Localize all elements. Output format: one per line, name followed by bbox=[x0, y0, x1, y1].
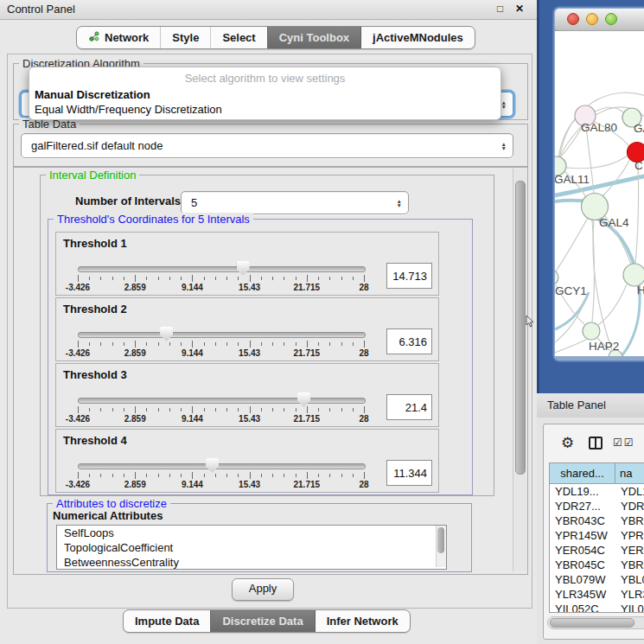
slider-ticks bbox=[78, 472, 364, 480]
slider-thumb[interactable] bbox=[206, 458, 219, 473]
apply-button[interactable]: Apply bbox=[232, 578, 294, 601]
threshold-panel-2: Threshold 2 -3.4262.8599.14415.4321.7152… bbox=[55, 297, 439, 361]
list-item[interactable]: TopologicalCoefficient bbox=[57, 540, 446, 555]
slider-ticks bbox=[78, 275, 364, 283]
column-header-shared[interactable]: shared... bbox=[550, 463, 615, 483]
tab-select[interactable]: Select bbox=[210, 27, 266, 48]
table-horizontal-scrollbar[interactable] bbox=[547, 616, 644, 629]
table-row[interactable]: YER054CYER0 bbox=[550, 543, 644, 558]
num-intervals-spinner[interactable]: 5 ▲▼ bbox=[181, 191, 409, 214]
table-row[interactable]: YDR27...YDR2 bbox=[550, 499, 644, 513]
node-label-h: H bbox=[637, 284, 644, 296]
list-item[interactable]: SelfLoops bbox=[57, 526, 446, 540]
slider-tick-labels: -3.4262.8599.14415.4321.71528 bbox=[78, 414, 364, 424]
slider-ticks bbox=[78, 341, 364, 348]
tab-style[interactable]: Style bbox=[160, 27, 210, 48]
tab-label: Style bbox=[172, 31, 199, 44]
mouse-cursor-icon bbox=[526, 316, 536, 328]
table-panel-title: Table Panel bbox=[547, 399, 606, 411]
algorithm-dropdown-popup: Select algorithm to view settings Manual… bbox=[29, 67, 501, 120]
dropdown-option-equal-width-frequency[interactable]: Equal Width/Frequency Discretization bbox=[35, 103, 222, 116]
slider-thumb[interactable] bbox=[297, 392, 310, 407]
list-item[interactable]: BetweennessCentrality bbox=[57, 555, 446, 570]
threshold-slider[interactable]: -3.4262.8599.14415.4321.71528 bbox=[78, 260, 364, 293]
threshold-value-field[interactable] bbox=[386, 263, 432, 289]
tab-label: Network bbox=[105, 31, 149, 44]
threshold-value-field[interactable] bbox=[386, 328, 432, 354]
scrollbar-thumb[interactable] bbox=[437, 527, 444, 553]
group-label: Threshold's Coordinates for 5 Intervals bbox=[54, 213, 253, 226]
settings-scrollpane: Interval Definition Number of Intervals … bbox=[13, 167, 528, 575]
close-icon[interactable]: ✕ bbox=[515, 3, 524, 15]
window-minimize-button[interactable] bbox=[587, 14, 598, 25]
tab-network[interactable]: Network bbox=[77, 27, 160, 48]
threshold-label: Threshold 2 bbox=[63, 303, 127, 316]
scrollbar-thumb[interactable] bbox=[550, 618, 634, 628]
slider-thumb[interactable] bbox=[237, 261, 250, 276]
slider-tick-labels: -3.4262.8599.14415.4321.71528 bbox=[78, 480, 364, 490]
tab-impute-data[interactable]: Impute Data bbox=[124, 610, 210, 632]
settings-scrollbar[interactable] bbox=[513, 169, 526, 571]
window-close-button[interactable] bbox=[568, 14, 579, 25]
attributes-list: SelfLoops TopologicalCoefficient Between… bbox=[56, 525, 447, 570]
checkbox-icons[interactable]: ☑☑ bbox=[613, 437, 635, 449]
table-panel-titlebar: Table Panel bbox=[537, 393, 644, 418]
table-row[interactable]: YIL052CYIL0 bbox=[550, 602, 644, 613]
network-view-window[interactable]: GAL80 GAL C GAL11 GAL4 GCY1 H HAP2 bbox=[537, 0, 644, 393]
tab-discretize-data[interactable]: Discretize Data bbox=[210, 610, 314, 632]
column-header-name[interactable]: na bbox=[615, 463, 644, 483]
dropdown-option-manual-discretization[interactable]: Manual Discretization bbox=[35, 88, 150, 101]
threshold-panel-1: Threshold 1 -3.4262.8599.14415.4321.7152… bbox=[55, 232, 439, 296]
interval-definition-group: Interval Definition Number of Intervals … bbox=[40, 175, 494, 496]
tab-jactivemnodules[interactable]: jActiveMNodules bbox=[360, 27, 475, 48]
slider-thumb[interactable] bbox=[160, 327, 173, 341]
node-table: shared... na YDL19...YDL1 YDR27...YDR2 Y… bbox=[549, 462, 644, 613]
slider-track[interactable] bbox=[78, 332, 366, 338]
numerical-attributes-label: Numerical Attributes bbox=[53, 509, 163, 522]
table-row[interactable]: YLR345WYLR3 bbox=[550, 587, 644, 602]
slider-track[interactable] bbox=[78, 266, 366, 272]
node-label-gcy1: GCY1 bbox=[555, 284, 587, 297]
threshold-label: Threshold 1 bbox=[63, 237, 127, 250]
table-row[interactable]: YBL079WYBL0 bbox=[550, 572, 644, 587]
slider-tick-labels: -3.4262.8599.14415.4321.71528 bbox=[78, 348, 364, 359]
top-tab-bar: Network Style Select Cyni Toolbox jActiv… bbox=[76, 26, 475, 49]
tab-cyni-toolbox[interactable]: Cyni Toolbox bbox=[267, 27, 360, 48]
control-panel: Control Panel □ ✕ Network Style Select C… bbox=[0, 0, 538, 644]
dropdown-value: galFiltered.sif default node bbox=[22, 139, 501, 152]
window-zoom-button[interactable] bbox=[606, 14, 617, 25]
threshold-slider[interactable]: -3.4262.8599.14415.4321.71528 bbox=[78, 392, 364, 424]
table-row[interactable]: YBR043CYBR0 bbox=[550, 513, 644, 528]
tab-label: Discretize Data bbox=[222, 615, 303, 628]
node-label-hap2: HAP2 bbox=[589, 340, 619, 353]
table-row[interactable]: YBR045CYBR0 bbox=[550, 558, 644, 572]
table-row[interactable]: YPR145WYPR1 bbox=[550, 528, 644, 543]
table-rows: YDL19...YDL1 YDR27...YDR2 YBR043CYBR0 YP… bbox=[550, 484, 644, 613]
network-icon bbox=[88, 30, 100, 45]
gear-icon[interactable]: ⚙ bbox=[561, 434, 574, 452]
float-window-icon[interactable]: □ bbox=[497, 3, 503, 15]
slider-track[interactable] bbox=[78, 398, 366, 404]
table-data-dropdown[interactable]: galFiltered.sif default node ▲▼ bbox=[21, 133, 513, 158]
list-scrollbar[interactable] bbox=[436, 526, 446, 567]
threshold-slider[interactable]: -3.4262.8599.14415.4321.71528 bbox=[78, 326, 364, 359]
group-label: Attributes to discretize bbox=[53, 497, 170, 510]
threshold-slider[interactable]: -3.4262.8599.14415.4321.71528 bbox=[78, 457, 364, 490]
threshold-value-field[interactable] bbox=[386, 460, 432, 486]
threshold-panel-3: Threshold 3 -3.4262.8599.14415.4321.7152… bbox=[55, 363, 439, 427]
tab-infer-network[interactable]: Infer Network bbox=[315, 610, 410, 632]
tab-label: Infer Network bbox=[327, 615, 399, 628]
split-view-icon[interactable] bbox=[589, 437, 603, 450]
scrollbar-thumb[interactable] bbox=[515, 181, 526, 475]
threshold-value-field[interactable] bbox=[386, 394, 432, 420]
table-row[interactable]: YDL19...YDL1 bbox=[550, 484, 644, 499]
tab-label: jActiveMNodules bbox=[373, 31, 463, 44]
node-hap2[interactable] bbox=[583, 322, 600, 340]
dropdown-placeholder: Select algorithm to view settings bbox=[29, 72, 501, 85]
panel-title: Control Panel bbox=[7, 3, 75, 16]
slider-track[interactable] bbox=[78, 463, 366, 469]
node-label-c: C bbox=[634, 159, 643, 172]
table-card: ⚙ ☑☑ shared... na YDL19...YDL1 YDR27...Y… bbox=[543, 424, 644, 640]
tab-label: Select bbox=[222, 31, 255, 44]
bottom-tab-bar: Impute Data Discretize Data Infer Networ… bbox=[123, 609, 411, 633]
